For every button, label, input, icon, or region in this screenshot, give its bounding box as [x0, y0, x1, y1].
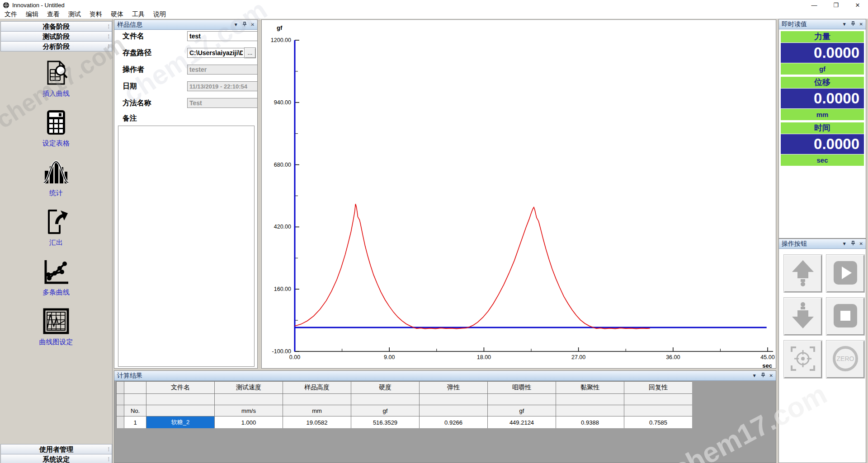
close-panel-icon[interactable]: ✕	[859, 22, 863, 27]
remarks-label: 备注	[123, 114, 137, 123]
no-header: No.	[124, 405, 146, 416]
remarks-textarea[interactable]	[118, 126, 255, 367]
col-cohesiveness[interactable]: 黏聚性	[556, 382, 624, 393]
row-number: 1	[124, 416, 146, 428]
panel-menu-icon[interactable]: ▼	[842, 22, 847, 27]
col-resilience[interactable]: 回复性	[624, 382, 692, 393]
displacement-value: 0.0000	[781, 89, 864, 108]
zero-button[interactable]: ZERO	[826, 340, 865, 379]
zero-icon: ZERO	[832, 345, 859, 374]
filename-input[interactable]	[187, 31, 258, 41]
pin-icon[interactable]	[242, 22, 247, 28]
stage-tab-analysis[interactable]: 分析阶段⁞	[0, 41, 112, 51]
statistics-icon	[43, 179, 69, 187]
run-button[interactable]	[826, 254, 865, 293]
col-test-speed[interactable]: 测试速度	[215, 382, 283, 393]
results-body: 文件名 测试速度 样品高度 硬度 弹性 咀嚼性 黏聚性 回复性 No. mm/s…	[114, 381, 776, 463]
unit-cohesiveness	[556, 405, 624, 416]
col-filename[interactable]: 文件名	[146, 382, 214, 393]
operator-input	[187, 65, 258, 75]
target-icon	[790, 346, 816, 374]
tool-insert-curve[interactable]: 插入曲线	[0, 60, 112, 98]
unit-resilience	[624, 405, 692, 416]
cell-chewiness[interactable]: 449.2124	[488, 416, 556, 428]
svg-text:9.00: 9.00	[384, 354, 395, 360]
minimize-button[interactable]: —	[811, 2, 817, 9]
menu-data[interactable]: 资料	[90, 10, 102, 19]
cell-hardness[interactable]: 516.3529	[351, 416, 419, 428]
force-time-chart: 0.009.0018.0027.0036.0045.001200.00940.0…	[262, 20, 776, 368]
app-logo-icon	[3, 2, 9, 9]
tool-set-table[interactable]: 设定表格	[0, 109, 112, 148]
method-name-label: 方法名称	[123, 98, 151, 108]
close-button[interactable]: ✕	[854, 2, 861, 9]
stop-icon	[833, 303, 858, 330]
svg-text:gf: gf	[277, 24, 283, 31]
pin-icon[interactable]	[851, 241, 855, 247]
stop-button[interactable]	[826, 297, 865, 336]
tool-export[interactable]: 汇出	[0, 209, 112, 247]
menu-test[interactable]: 测试	[68, 10, 81, 19]
cell-sample-height[interactable]: 19.0582	[283, 416, 351, 428]
close-panel-icon[interactable]: ✕	[251, 23, 255, 27]
col-hardness[interactable]: 硬度	[351, 382, 419, 393]
cell-cohesiveness[interactable]: 0.9388	[556, 416, 624, 428]
svg-text:1200.00: 1200.00	[271, 37, 291, 43]
cell-filename[interactable]: 软糖_2	[146, 416, 214, 428]
stage-tab-prepare[interactable]: 准备阶段⁞	[0, 21, 112, 32]
unit-test-speed: mm/s	[215, 405, 283, 416]
menu-bar: 文件 编辑 查看 测试 资料 硬体 工具 说明	[0, 10, 868, 19]
menu-tools[interactable]: 工具	[132, 10, 145, 19]
sample-info-panel: 样品信息 ▼ ✕ 文件名 存盘路径 ... 操作者 日期 方法名称 备注	[114, 19, 258, 369]
close-panel-icon[interactable]: ✕	[769, 374, 773, 378]
svg-text:sec: sec	[762, 362, 772, 368]
menu-help[interactable]: 说明	[153, 10, 166, 19]
grip-icon: ⁞	[108, 22, 109, 32]
target-button[interactable]	[783, 340, 822, 379]
svg-text:45.00: 45.00	[760, 354, 774, 360]
menu-edit[interactable]: 编辑	[26, 10, 38, 19]
cell-test-speed[interactable]: 1.000	[215, 416, 283, 428]
time-value: 0.0000	[781, 134, 864, 154]
cell-resilience[interactable]: 0.7585	[624, 416, 692, 428]
pin-icon[interactable]	[851, 21, 855, 27]
play-icon	[833, 260, 858, 287]
tool-statistics[interactable]: 统计	[0, 159, 112, 197]
menu-view[interactable]: 查看	[47, 10, 60, 19]
col-chewiness[interactable]: 咀嚼性	[488, 382, 556, 393]
row-selector[interactable]	[117, 416, 124, 428]
stage-tab-test[interactable]: 测试阶段⁞	[0, 31, 112, 42]
tool-multi-curve[interactable]: 多条曲线	[0, 258, 112, 297]
col-springiness[interactable]: 弹性	[420, 382, 487, 393]
readout-caption: 即时读值 ▼ ✕	[779, 19, 866, 29]
pin-icon[interactable]	[761, 373, 765, 379]
panel-menu-icon[interactable]: ▼	[842, 242, 847, 246]
close-panel-icon[interactable]: ✕	[859, 242, 863, 246]
jog-up-button[interactable]	[783, 254, 822, 293]
jog-down-button[interactable]	[783, 297, 822, 336]
results-table: 文件名 测试速度 样品高度 硬度 弹性 咀嚼性 黏聚性 回复性 No. mm/s…	[116, 381, 692, 428]
svg-text:0.00: 0.00	[289, 354, 300, 360]
svg-text:36.00: 36.00	[666, 354, 680, 360]
menu-file[interactable]: 文件	[5, 10, 17, 19]
save-path-input[interactable]	[187, 48, 245, 58]
col-sample-height[interactable]: 样品高度	[283, 382, 351, 393]
menu-hardware[interactable]: 硬体	[111, 10, 123, 19]
time-unit: sec	[781, 154, 864, 166]
insert-curve-icon	[43, 80, 69, 87]
stage-tab-user-management[interactable]: 使用者管理⁞	[0, 444, 112, 454]
panel-menu-icon[interactable]: ▼	[752, 374, 757, 378]
tool-chart-settings[interactable]: 曲线图设定	[0, 308, 112, 346]
unit-filename	[146, 405, 214, 416]
panel-menu-icon[interactable]: ▼	[234, 23, 238, 27]
browse-button[interactable]: ...	[244, 47, 256, 58]
stage-tab-system-settings[interactable]: 系统设定⁞	[0, 454, 112, 463]
calculator-icon	[44, 129, 68, 137]
restore-button[interactable]: ❐	[833, 2, 839, 9]
results-caption: 计算结果 ▼ ✕	[114, 371, 776, 381]
unit-hardness: gf	[351, 405, 419, 416]
time-readout: 时间 0.0000 sec	[779, 122, 866, 166]
cell-springiness[interactable]: 0.9266	[420, 416, 487, 428]
filename-label: 文件名	[123, 32, 144, 41]
unit-chewiness: gf	[488, 405, 556, 416]
